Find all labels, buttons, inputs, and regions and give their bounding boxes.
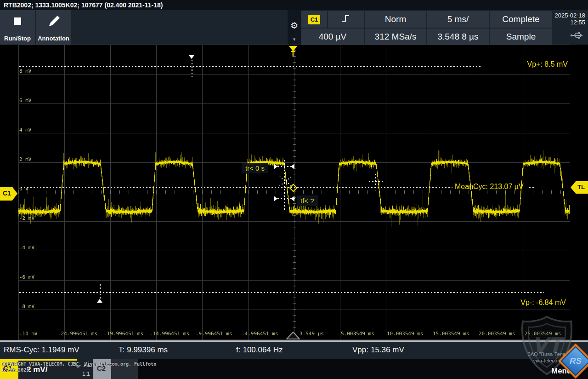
pencil-icon: [48, 15, 61, 29]
mean-cycle-value: MeanCyc: 213.07 µV: [455, 183, 524, 191]
v-label: -10 mV: [19, 331, 38, 337]
c1-scale-value: 2 mV/: [27, 365, 47, 374]
measurement-vpp: Vpp:15.36 mV: [352, 345, 404, 355]
header-cell-timebase[interactable]: 5 ms/: [427, 11, 489, 28]
t-label: -19.996451 ms: [104, 331, 143, 337]
measurement-frequency: f:100.064 Hz: [236, 345, 283, 355]
cursor-lower-left-arrow-icon[interactable]: [274, 196, 277, 201]
vp-plus-marker-cross: [192, 60, 192, 78]
vp-plus-value: Vp+: 8.5 mV: [469, 60, 568, 69]
c1-probe-ratio: 1:1: [82, 371, 90, 377]
header-cell-trigger-slope[interactable]: [328, 11, 364, 28]
sample-rate-value: 312 MSa/s: [375, 32, 417, 42]
title-bar: RTB2002; 1333.1005K02; 107677 (02.400 20…: [0, 0, 588, 10]
t-label: 25.003549 ms: [525, 331, 561, 337]
v-label: -6 mV: [19, 274, 34, 280]
graticule-canvas: [18, 45, 570, 340]
rise-time-box: tr< 0 s: [242, 163, 268, 173]
rising-edge-icon: [340, 13, 351, 26]
settings-strip[interactable]: ⚙ ▾: [288, 10, 301, 45]
mean-marker-cross-v: [375, 174, 376, 190]
v-label: 6 mV: [19, 98, 32, 103]
cursor-upper-left-arrow-icon[interactable]: [274, 164, 277, 169]
timebase-value: 5 ms/: [447, 14, 469, 24]
cursor-lower-right-arrow-icon[interactable]: [291, 196, 294, 201]
measurement-rms: RMS-Cyc:1.1949 mV: [4, 345, 79, 355]
t-label: 5.003549 ms: [341, 331, 374, 337]
cursor-upper-line: [277, 166, 291, 167]
header-cell-acq-mode[interactable]: Sample: [490, 29, 552, 45]
t-label: 20.003549 ms: [479, 331, 515, 337]
fall-time-box: tf< ?: [297, 195, 318, 206]
clock-time: 12:55: [553, 19, 585, 26]
channel-c1-ground-marker[interactable]: C1: [0, 187, 17, 201]
trigger-offset-value: 3.548 8 µs: [437, 32, 478, 42]
t-label: 10.003549 ms: [387, 331, 423, 337]
mean-cycle-line-tail: [529, 187, 536, 188]
t-label: -4.996451 ms: [242, 331, 278, 337]
run-stop-button[interactable]: Run/Stop: [0, 10, 35, 45]
t-label: 15.003549 ms: [433, 331, 469, 337]
header-cell-channel[interactable]: C1: [301, 11, 327, 28]
vp-plus-line: [19, 66, 482, 67]
gear-icon: ⚙: [288, 21, 301, 30]
header-cell-acq-status[interactable]: Complete: [490, 11, 552, 28]
vp-plus-marker-icon: [189, 55, 194, 59]
channel-c1-ground-label: C1: [3, 190, 11, 197]
trigger-mode-value: Norm: [385, 14, 406, 24]
acq-status-value: Complete: [502, 14, 539, 24]
trigger-level-label: TL: [577, 184, 585, 190]
oscilloscope-screen: RTB2002; 1333.1005K02; 107677 (02.400 20…: [0, 0, 588, 379]
annotation-label: Annotation: [36, 35, 71, 42]
acq-mode-value: Sample: [506, 32, 536, 42]
vertical-scale-value: 400 µV: [319, 32, 347, 42]
t-label: -24.996451 ms: [58, 331, 97, 337]
measurement-period: T:9.99396 ms: [119, 345, 168, 355]
cursor-upper-right-arrow-icon[interactable]: [291, 164, 294, 169]
cursor-vertical-line[interactable]: [284, 160, 285, 212]
header-cell-trigger-offset[interactable]: 3.548 8 µs: [427, 29, 489, 45]
t-label: -9.996451 ms: [196, 331, 232, 337]
measurement-bar: RMS-Cyc:1.1949 mV T:9.99396 ms f:100.064…: [0, 342, 588, 359]
run-stop-label: Run/Stop: [0, 35, 35, 42]
vp-minus-marker-icon: [97, 299, 102, 303]
v-label: 2 mV: [19, 156, 32, 162]
v-label: -8 mV: [19, 304, 34, 310]
t-label: -14.996451 ms: [150, 331, 189, 337]
mean-marker-cross-h: [369, 181, 383, 182]
watermark-date: 18.02.2025: [1, 368, 29, 373]
mean-cycle-line: [21, 187, 452, 188]
header-cell-trigger-mode[interactable]: Norm: [365, 11, 426, 28]
stop-square-icon: [14, 17, 21, 25]
vp-minus-marker-cross: [100, 284, 101, 299]
trigger-level-marker[interactable]: TL: [571, 181, 588, 194]
vp-minus-value: Vp-: -6.84 mV: [469, 299, 566, 307]
trigger-t-label: T: [291, 50, 295, 58]
vp-minus-line: [19, 292, 544, 293]
trigger-time-label: 3.549 µs: [300, 331, 324, 337]
v-label: -2 mV: [19, 215, 34, 221]
header-cell-vertical-scale[interactable]: 400 µV: [301, 29, 364, 45]
v-label: -4 mV: [19, 245, 34, 251]
usb-icon: [570, 30, 583, 42]
annotation-button[interactable]: Annotation: [36, 10, 71, 45]
device-id-text: RTB2002; 1333.1005K02; 107677 (02.400 20…: [4, 1, 163, 9]
chevron-down-icon: ▾: [288, 37, 301, 41]
clock-date: 2025-02-18: [553, 12, 585, 19]
channel-c1-badge: C1: [308, 15, 321, 24]
v-label: 8 mV: [19, 68, 32, 74]
v-label: 4 mV: [19, 127, 32, 133]
watermark-copyright: COPYRIGHT VIVA-TELECOM, CJSC. Viva-telec…: [1, 362, 156, 367]
header-cell-sample-rate[interactable]: 312 MSa/s: [365, 29, 426, 45]
